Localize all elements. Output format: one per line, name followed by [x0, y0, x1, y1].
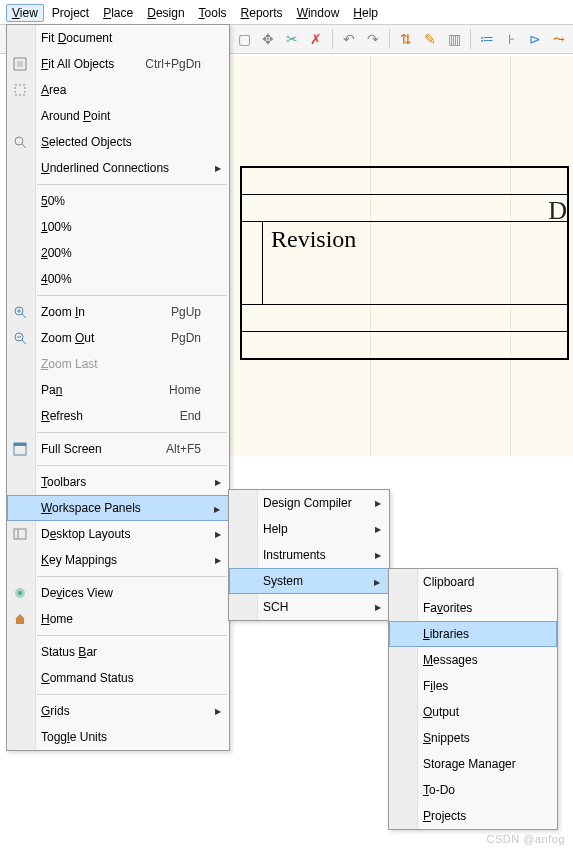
submenu-instruments[interactable]: Instruments [229, 542, 389, 568]
svg-line-8 [22, 314, 26, 318]
selection-rect-icon[interactable]: ▢ [234, 29, 254, 49]
menu-zoom-200[interactable]: 200% [7, 240, 229, 266]
port-icon[interactable]: ⊳ [525, 29, 545, 49]
svg-point-17 [18, 591, 22, 595]
zoom-sel-icon [11, 133, 29, 151]
menu-command-status[interactable]: Command Status [7, 665, 229, 691]
menubar-item-view[interactable]: View [6, 4, 44, 22]
move-icon[interactable]: ✥ [258, 29, 278, 49]
menubar-item-project[interactable]: Project [46, 4, 95, 22]
menu-zoom-100[interactable]: 100% [7, 214, 229, 240]
sys-clipboard[interactable]: Clipboard [389, 569, 557, 595]
menubar-item-tools[interactable]: Tools [193, 4, 233, 22]
svg-line-11 [22, 340, 26, 344]
separator [470, 29, 471, 49]
edit-icon[interactable]: ✎ [420, 29, 440, 49]
fullscreen-icon [11, 440, 29, 458]
sys-snippets[interactable]: Snippets [389, 725, 557, 751]
home-icon [11, 610, 29, 628]
submenu-workspace-panels: Design Compiler Help Instruments System … [228, 489, 390, 621]
submenu-system: Clipboard Favorites Libraries Messages F… [388, 568, 558, 830]
menu-zoom-out[interactable]: Zoom OutPgDn [7, 325, 229, 351]
sys-libraries[interactable]: Libraries [389, 621, 557, 647]
menu-zoom-in[interactable]: Zoom InPgUp [7, 299, 229, 325]
separator [332, 29, 333, 49]
layouts-icon [11, 525, 29, 543]
zone-letter: D [548, 196, 567, 226]
sys-favorites[interactable]: Favorites [389, 595, 557, 621]
net-icon[interactable]: ≔ [477, 29, 497, 49]
submenu-sch[interactable]: SCH [229, 594, 389, 620]
menu-devices-view[interactable]: Devices View [7, 580, 229, 606]
svg-rect-14 [14, 529, 26, 539]
menu-area[interactable]: Area [7, 77, 229, 103]
menu-workspace-panels[interactable]: Workspace Panels [7, 495, 229, 521]
menubar-item-reports[interactable]: Reports [235, 4, 289, 22]
menu-toggle-units[interactable]: Toggle Units [7, 724, 229, 750]
svg-line-4 [22, 144, 26, 148]
title-block: Revision [240, 166, 569, 360]
menu-around-point[interactable]: Around Point [7, 103, 229, 129]
bus-icon[interactable]: ⊦ [501, 29, 521, 49]
menubar: View Project Place Design Tools Reports … [0, 0, 573, 25]
svg-rect-1 [17, 61, 23, 67]
svg-rect-13 [14, 443, 26, 446]
sheet-icon[interactable]: ▥ [444, 29, 464, 49]
menu-view: Fit Document Fit All ObjectsCtrl+PgDn Ar… [6, 24, 230, 751]
updown-icon[interactable]: ⇅ [396, 29, 416, 49]
submenu-design-compiler[interactable]: Design Compiler [229, 490, 389, 516]
zoom-out-icon [11, 329, 29, 347]
submenu-system[interactable]: System [229, 568, 389, 594]
menu-pan[interactable]: PanHome [7, 377, 229, 403]
menubar-item-design[interactable]: Design [141, 4, 190, 22]
undo-icon[interactable]: ↶ [339, 29, 359, 49]
sys-todo[interactable]: To-Do [389, 777, 557, 803]
menu-refresh[interactable]: RefreshEnd [7, 403, 229, 429]
zoom-in-icon [11, 303, 29, 321]
fit-all-icon [11, 55, 29, 73]
menubar-item-place[interactable]: Place [97, 4, 139, 22]
svg-point-3 [15, 137, 23, 145]
menu-home[interactable]: Home [7, 606, 229, 632]
redo-icon[interactable]: ↷ [363, 29, 383, 49]
menu-zoom-50[interactable]: 50% [7, 188, 229, 214]
menubar-item-window[interactable]: Window [291, 4, 346, 22]
submenu-help[interactable]: Help [229, 516, 389, 542]
menu-zoom-last: Zoom Last [7, 351, 229, 377]
cut-icon[interactable]: ✂ [282, 29, 302, 49]
menubar-item-help[interactable]: Help [347, 4, 384, 22]
menu-fit-document[interactable]: Fit Document [7, 25, 229, 51]
sys-files[interactable]: Files [389, 673, 557, 699]
svg-rect-2 [15, 85, 25, 95]
separator [389, 29, 390, 49]
watermark: CSDN @anfog [487, 833, 565, 845]
menu-selected-objects[interactable]: Selected Objects [7, 129, 229, 155]
revision-label: Revision [263, 222, 364, 304]
sys-storage-manager[interactable]: Storage Manager [389, 751, 557, 777]
menu-underlined-connections[interactable]: Underlined Connections [7, 155, 229, 181]
harness-icon[interactable]: ⤳ [549, 29, 569, 49]
menu-full-screen[interactable]: Full ScreenAlt+F5 [7, 436, 229, 462]
menu-key-mappings[interactable]: Key Mappings [7, 547, 229, 573]
menu-grids[interactable]: Grids [7, 698, 229, 724]
sys-output[interactable]: Output [389, 699, 557, 725]
menu-status-bar[interactable]: Status Bar [7, 639, 229, 665]
sys-messages[interactable]: Messages [389, 647, 557, 673]
svg-marker-18 [15, 614, 25, 624]
menu-fit-all-objects[interactable]: Fit All ObjectsCtrl+PgDn [7, 51, 229, 77]
sys-projects[interactable]: Projects [389, 803, 557, 829]
break-icon[interactable]: ✗ [306, 29, 326, 49]
menu-toolbars[interactable]: Toolbars [7, 469, 229, 495]
area-icon [11, 81, 29, 99]
menu-desktop-layouts[interactable]: Desktop Layouts [7, 521, 229, 547]
menu-zoom-400[interactable]: 400% [7, 266, 229, 292]
devices-icon [11, 584, 29, 602]
